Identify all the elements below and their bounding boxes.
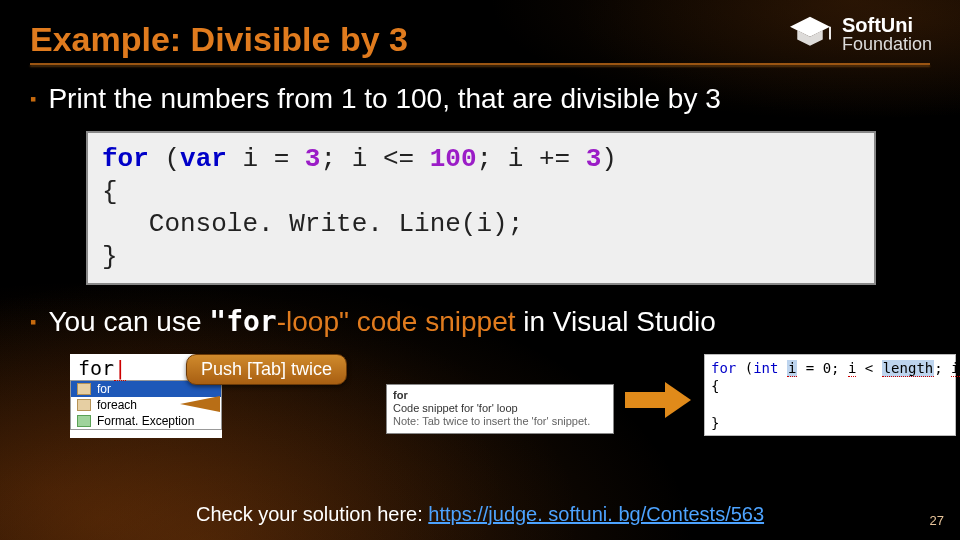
snippet-illustration: for| for foreach Format. Exception Push … bbox=[70, 354, 930, 448]
brand-name: SoftUni bbox=[842, 15, 932, 35]
solution-link[interactable]: https://judge. softuni. bg/Contests/563 bbox=[428, 503, 764, 525]
kw-for: for bbox=[102, 144, 149, 174]
list-item: Format. Exception bbox=[71, 413, 221, 429]
kw-var: var bbox=[180, 144, 227, 174]
svg-marker-0 bbox=[790, 17, 830, 37]
bullet-1: Print the numbers from 1 to 100, that ar… bbox=[30, 83, 930, 115]
num-3a: 3 bbox=[305, 144, 321, 174]
page-number: 27 bbox=[930, 513, 944, 528]
graduation-cap-icon bbox=[788, 14, 832, 54]
title-underline bbox=[30, 63, 930, 65]
tip-callout: Push [Tab] twice bbox=[186, 354, 347, 385]
num-3b: 3 bbox=[586, 144, 602, 174]
bullet-2: You can use "for-loop" code snippet in V… bbox=[30, 305, 930, 338]
expanded-snippet: for (int i = 0; i < length; i++) { } bbox=[704, 354, 956, 436]
snippet-icon bbox=[77, 399, 91, 411]
num-100: 100 bbox=[430, 144, 477, 174]
code-example: for (var i = 3; i <= 100; i += 3) { Cons… bbox=[86, 131, 876, 285]
brand-sub: Foundation bbox=[842, 35, 932, 53]
callout-arrow-icon bbox=[180, 396, 220, 412]
footer-note: Check your solution here: https://judge.… bbox=[0, 503, 960, 526]
brand-logo: SoftUni Foundation bbox=[788, 14, 932, 54]
code-body: Console. Write. Line(i); bbox=[149, 209, 523, 239]
class-icon bbox=[77, 415, 91, 427]
arrow-right-icon bbox=[625, 382, 695, 418]
snippet-icon bbox=[77, 383, 91, 395]
intellisense-tooltip: for Code snippet for 'for' loop Note: Ta… bbox=[386, 384, 614, 434]
